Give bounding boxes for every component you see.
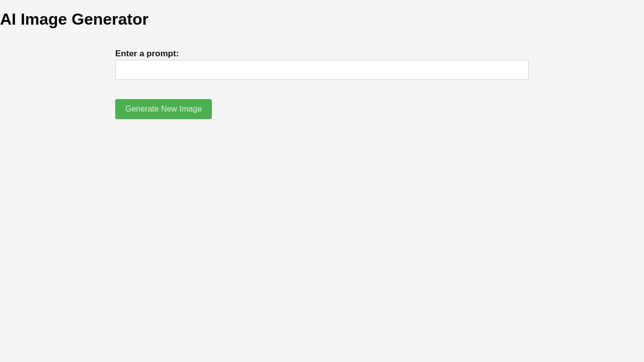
generate-button[interactable]: Generate New Image [115, 99, 212, 119]
prompt-label: Enter a prompt: [115, 49, 529, 59]
form-container: Enter a prompt: Generate New Image [115, 49, 529, 119]
prompt-input[interactable] [115, 60, 529, 80]
page-title: AI Image Generator [0, 0, 644, 29]
